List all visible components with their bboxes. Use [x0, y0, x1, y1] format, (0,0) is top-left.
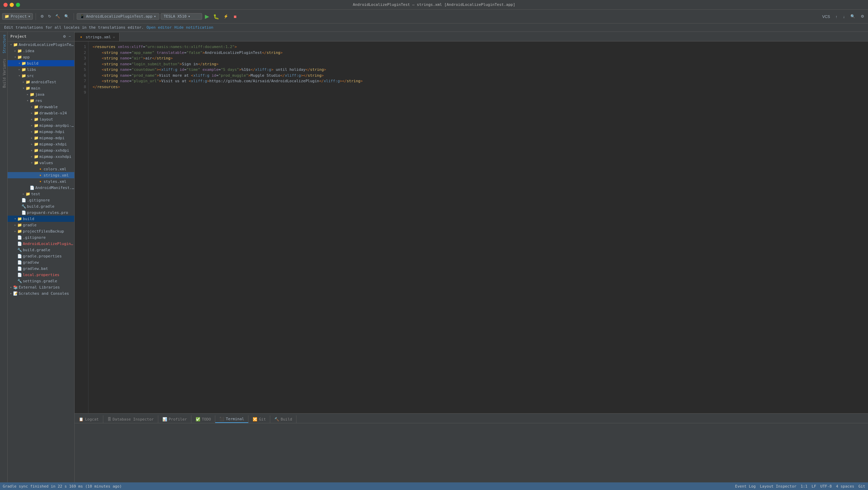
tree-item-build-app[interactable]: ▾ 📁 build — [8, 60, 74, 66]
tab-logcat[interactable]: 📋 Logcat — [75, 415, 103, 423]
tree-item-mipmap-xhdpi[interactable]: ▸ 📁 mipmap-xhdpi — [8, 141, 74, 147]
tree-item-mipmap-xxhdpi[interactable]: ▸ 📁 mipmap-xxhdpi — [8, 147, 74, 153]
tab-close-button[interactable]: ✕ — [113, 35, 115, 39]
folder-icon: 📁 — [34, 136, 39, 140]
tree-item-colors-xml[interactable]: 🔸 colors.xml — [8, 166, 74, 172]
logcat-icon: 📋 — [79, 417, 84, 422]
code-line-7: <string name="plugin_url">Visit us at <x… — [93, 78, 864, 84]
tree-item-test[interactable]: ▸ 📁 test — [8, 191, 74, 197]
build-button[interactable]: 🔨 — [54, 13, 62, 20]
arrow-icon: ▸ — [30, 117, 34, 121]
tree-item-manifest[interactable]: 📄 AndroidManifest.xml — [8, 185, 74, 191]
build-icon: 🔨 — [274, 417, 279, 422]
tree-item-values[interactable]: ▾ 📁 values — [8, 160, 74, 166]
arrow-icon: ▸ — [9, 285, 13, 289]
tab-todo[interactable]: ✅ TODO — [191, 415, 216, 423]
tree-item-res[interactable]: ▾ 📁 res — [8, 97, 74, 104]
maximize-button[interactable] — [16, 3, 20, 7]
tab-build[interactable]: 🔨 Build — [270, 415, 296, 423]
build-variants-tab[interactable]: Build Variants — [0, 56, 7, 91]
tree-item-gradlew[interactable]: 📄 gradlew — [8, 259, 74, 265]
minimize-button[interactable] — [10, 3, 14, 7]
tree-item-build-gradle-root[interactable]: 🔧 build.gradle — [8, 247, 74, 253]
tree-item-styles-xml[interactable]: 🔸 styles.xml — [8, 178, 74, 185]
tree-item-mipmap-mdpi[interactable]: ▸ 📁 mipmap-mdpi — [8, 135, 74, 141]
tree-item-projectfilesbackup[interactable]: ▸ 📁 projectFilesBackup — [8, 228, 74, 234]
tree-item-mipmap-hdpi[interactable]: ▸ 📁 mipmap-hdpi — [8, 129, 74, 135]
run-button[interactable]: ▶ — [204, 12, 210, 20]
tab-terminal[interactable]: ⬛ Terminal — [215, 415, 248, 423]
tree-item-mipmap-anydpi[interactable]: ▸ 📁 mipmap-anydpi-v26 — [8, 122, 74, 129]
stop-button[interactable]: ⏹ — [232, 13, 239, 20]
folder-icon: 📁 — [34, 148, 39, 153]
panel-gear-button[interactable]: ⚙ — [62, 34, 67, 39]
bottom-content[interactable] — [75, 423, 868, 482]
device-selector[interactable]: TESLA X510 ▾ — [161, 13, 202, 20]
tree-item-iml[interactable]: 📄 AndroidLocalizePluginTest.iml — [8, 241, 74, 247]
proguard-file-icon: 📄 — [21, 210, 26, 215]
tree-item-main[interactable]: ▾ 📁 main — [8, 85, 74, 91]
tab-database-inspector[interactable]: 🗄 Database Inspector — [103, 415, 158, 423]
tree-item-gradlew-bat[interactable]: 📄 gradlew.bat — [8, 265, 74, 272]
arrow-icon: ▸ — [17, 68, 21, 71]
git-update-button[interactable]: ↓ — [841, 13, 847, 20]
tree-item-app[interactable]: ▾ 📁 app — [8, 54, 74, 60]
code-content[interactable]: <resources xmlns:xliff="urn:oasis:names:… — [88, 41, 868, 413]
tree-item-java[interactable]: ▸ 📁 java — [8, 91, 74, 97]
git-push-button[interactable]: ↑ — [834, 13, 839, 20]
tab-git[interactable]: 🔀 Git — [248, 415, 270, 423]
settings-gear-button[interactable]: ⚙ — [859, 13, 866, 20]
search-button[interactable]: 🔍 — [63, 13, 71, 20]
tree-item-gradle-properties[interactable]: 📄 gradle.properties — [8, 253, 74, 259]
tree-item-libs[interactable]: ▸ 📁 libs — [8, 66, 74, 73]
tree-item-drawable-v24[interactable]: ▸ 📁 drawable-v24 — [8, 110, 74, 116]
open-editor-link[interactable]: Open editor — [147, 25, 172, 30]
hide-notification-link[interactable]: Hide notification — [174, 25, 214, 30]
tab-strings-xml[interactable]: 🔸 strings.xml ✕ — [75, 33, 120, 41]
tree-item-gitignore-root[interactable]: 📄 .gitignore — [8, 234, 74, 241]
tree-item-root[interactable]: ▾ 📁 AndroidLocalizePluginTest — [8, 41, 74, 48]
tree-item-scratches[interactable]: ▸ 📝 Scratches and Consoles — [8, 290, 74, 296]
tree-item-strings-xml[interactable]: 🔸 strings.xml — [8, 172, 74, 178]
lf-indicator: LF — [812, 484, 816, 489]
tree-item-gradle[interactable]: ▸ 📁 gradle — [8, 222, 74, 228]
tree-item-build-root[interactable]: ▾ 📁 build — [8, 216, 74, 222]
tab-profiler[interactable]: 📊 Profiler — [158, 415, 191, 423]
sync-button[interactable]: ↻ — [46, 13, 53, 20]
attach-debugger-button[interactable]: ⚡ — [222, 13, 230, 20]
settings-button[interactable]: ⚙ — [39, 13, 46, 20]
tree-label: .gitignore — [23, 235, 74, 240]
panel-collapse-button[interactable]: − — [68, 34, 72, 39]
tree-item-src[interactable]: ▾ 📁 src — [8, 73, 74, 79]
layout-inspector[interactable]: Layout Inspector — [760, 484, 796, 489]
event-log[interactable]: Event Log — [735, 484, 756, 489]
notification-bar: Edit translations for all locales in the… — [0, 23, 868, 32]
vcs-button[interactable]: VCS — [820, 13, 832, 20]
search-everywhere-button[interactable]: 🔍 — [849, 13, 857, 20]
structure-tab[interactable]: Structure — [0, 32, 7, 56]
code-line-3: <string name="air">air</string> — [93, 56, 864, 62]
close-button[interactable] — [3, 3, 8, 7]
debug-button[interactable]: 🐛 — [212, 13, 220, 20]
tree-item-mipmap-xxxhdpi[interactable]: ▸ 📁 mipmap-xxxhdpi — [8, 153, 74, 160]
tree-item-local-properties[interactable]: 📄 local.properties — [8, 272, 74, 278]
tree-item-gitignore-app[interactable]: 📄 .gitignore — [8, 197, 74, 203]
arrow-icon: ▸ — [13, 223, 17, 227]
bottom-panel: 📋 Logcat 🗄 Database Inspector 📊 Profiler… — [75, 413, 868, 482]
tree-item-settings-gradle[interactable]: 🔧 settings.gradle — [8, 278, 74, 284]
tree-label: main — [31, 86, 74, 91]
tree-item-drawable[interactable]: ▸ 📁 drawable — [8, 104, 74, 110]
arrow-icon: ▸ — [13, 49, 17, 53]
tree-item-proguard[interactable]: 📄 proguard-rules.pro — [8, 209, 74, 216]
tree-item-external-libraries[interactable]: ▸ 📚 External Libraries — [8, 284, 74, 290]
run-configuration-selector[interactable]: 📱 AndroidLocalizePluginTest.app ▾ — [77, 13, 159, 20]
xml-file-icon: 🔸 — [38, 167, 43, 171]
tree-item-androidtest[interactable]: ▸ 📁 androidTest — [8, 79, 74, 85]
arrow-icon: ▾ — [17, 74, 21, 77]
tree-item-idea[interactable]: ▸ 📁 .idea — [8, 48, 74, 54]
tree-item-layout[interactable]: ▸ 📁 layout — [8, 116, 74, 122]
tree-item-build-gradle-app[interactable]: 🔧 build.gradle — [8, 203, 74, 209]
project-tree[interactable]: ▾ 📁 AndroidLocalizePluginTest ▸ 📁 .idea … — [8, 41, 74, 482]
project-selector[interactable]: 📁 Project ▾ — [2, 13, 33, 20]
code-editor[interactable]: 1 2 3 4 5 6 7 8 9 <resources xmlns:xliff… — [75, 41, 868, 413]
